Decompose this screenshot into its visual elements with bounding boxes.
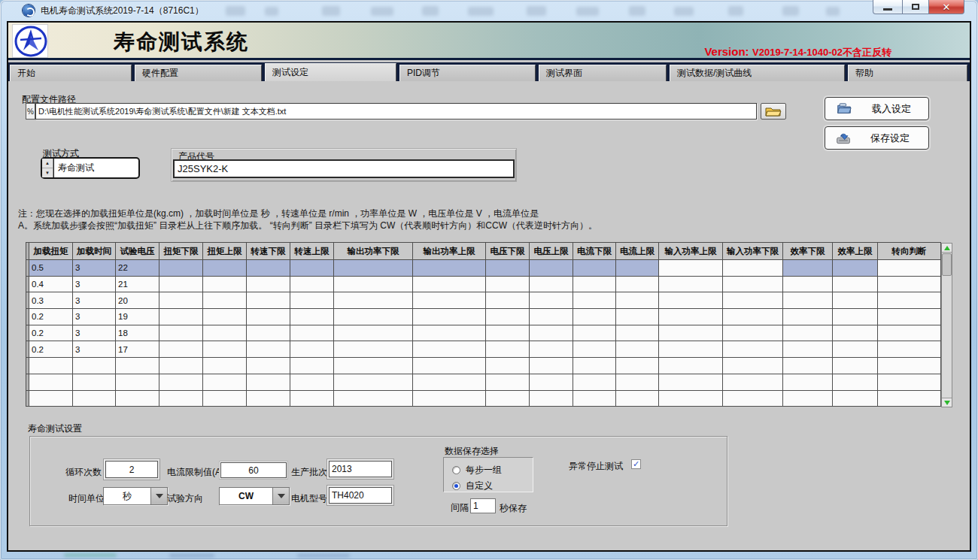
table-cell[interactable] xyxy=(290,341,334,358)
table-cell[interactable] xyxy=(290,358,334,374)
table-cell[interactable] xyxy=(159,391,203,407)
table-cell[interactable] xyxy=(413,358,486,374)
table-cell[interactable] xyxy=(659,292,723,309)
production-batch-input[interactable] xyxy=(329,461,392,477)
table-cell[interactable] xyxy=(486,358,530,374)
table-cell[interactable] xyxy=(530,358,573,374)
table-cell[interactable] xyxy=(159,277,203,293)
table-cell[interactable] xyxy=(486,341,530,358)
table-cell[interactable] xyxy=(334,374,413,391)
table-cell[interactable]: 3 xyxy=(73,260,116,277)
scroll-up-icon[interactable] xyxy=(942,244,952,253)
table-cell[interactable]: 21 xyxy=(116,277,159,293)
table-cell[interactable] xyxy=(833,358,878,374)
tab-4[interactable]: 测试界面 xyxy=(539,65,667,81)
table-cell[interactable] xyxy=(247,325,290,342)
table-cell[interactable]: 3 xyxy=(73,277,116,293)
table-cell[interactable] xyxy=(833,309,878,325)
table-cell[interactable] xyxy=(783,391,833,407)
table-cell[interactable] xyxy=(334,358,413,374)
table-cell[interactable] xyxy=(116,358,159,374)
table-cell[interactable] xyxy=(486,325,530,342)
scroll-down-icon[interactable] xyxy=(942,398,952,407)
table-cell[interactable] xyxy=(659,374,723,391)
table-cell[interactable] xyxy=(659,277,723,293)
table-cell[interactable] xyxy=(723,277,783,293)
table-cell[interactable] xyxy=(413,277,486,293)
table-cell[interactable] xyxy=(334,391,413,407)
table-cell[interactable] xyxy=(247,260,290,277)
table-cell[interactable] xyxy=(573,358,616,374)
table-cell[interactable] xyxy=(878,309,941,325)
tab-0[interactable]: 开始 xyxy=(10,65,132,81)
table-cell[interactable]: 3 xyxy=(73,341,116,358)
table-cell[interactable] xyxy=(833,391,878,407)
table-cell[interactable] xyxy=(616,391,659,407)
table-cell[interactable] xyxy=(878,277,941,293)
table-cell[interactable] xyxy=(723,292,783,309)
tab-5[interactable]: 测试数据/测试曲线 xyxy=(670,65,845,81)
table-cell[interactable] xyxy=(159,358,203,374)
table-cell[interactable] xyxy=(616,358,659,374)
close-button[interactable]: ✕ xyxy=(928,0,964,14)
browse-folder-button[interactable] xyxy=(761,103,786,120)
table-cell[interactable] xyxy=(290,391,334,407)
table-cell[interactable] xyxy=(290,309,334,325)
table-cell[interactable] xyxy=(413,309,486,325)
table-cell[interactable] xyxy=(29,391,73,407)
table-cell[interactable] xyxy=(833,292,878,309)
table-cell[interactable] xyxy=(723,374,783,391)
table-cell[interactable] xyxy=(833,374,878,391)
table-cell[interactable]: 3 xyxy=(73,309,116,325)
table-cell[interactable] xyxy=(659,391,723,407)
scroll-thumb[interactable] xyxy=(942,253,952,276)
table-cell[interactable] xyxy=(833,341,878,358)
table-cell[interactable] xyxy=(413,341,486,358)
table-cell[interactable] xyxy=(723,341,783,358)
table-cell[interactable] xyxy=(616,309,659,325)
table-cell[interactable] xyxy=(530,391,573,407)
table-cell[interactable] xyxy=(573,309,616,325)
tab-1[interactable]: 硬件配置 xyxy=(135,65,262,81)
table-cell[interactable]: 18 xyxy=(116,325,159,342)
table-cell[interactable] xyxy=(290,260,334,277)
table-cell[interactable] xyxy=(203,309,247,325)
table-cell[interactable] xyxy=(530,325,573,342)
table-cell[interactable] xyxy=(723,391,783,407)
table-cell[interactable] xyxy=(573,341,616,358)
table-cell[interactable] xyxy=(530,260,573,277)
table-cell[interactable] xyxy=(878,391,941,407)
table-cell[interactable] xyxy=(247,391,290,407)
table-cell[interactable] xyxy=(833,277,878,293)
table-cell[interactable] xyxy=(247,292,290,309)
table-cell[interactable] xyxy=(413,391,486,407)
table-cell[interactable] xyxy=(723,325,783,342)
table-cell[interactable] xyxy=(530,374,573,391)
table-cell[interactable] xyxy=(203,277,247,293)
table-cell[interactable] xyxy=(159,309,203,325)
table-cell[interactable] xyxy=(878,325,941,342)
table-cell[interactable] xyxy=(159,260,203,277)
table-cell[interactable] xyxy=(290,374,334,391)
save-settings-button[interactable]: 保存设定 xyxy=(825,126,929,150)
table-cell[interactable] xyxy=(486,292,530,309)
table-cell[interactable] xyxy=(486,309,530,325)
table-cell[interactable] xyxy=(573,391,616,407)
table-cell[interactable] xyxy=(413,374,486,391)
table-cell[interactable] xyxy=(783,292,833,309)
table-vertical-scrollbar[interactable] xyxy=(941,243,952,407)
product-code-input[interactable] xyxy=(173,159,515,178)
table-cell[interactable] xyxy=(334,341,413,358)
table-cell[interactable] xyxy=(659,260,723,277)
test-direction-arrow-button[interactable] xyxy=(272,488,289,504)
table-cell[interactable] xyxy=(659,358,723,374)
table-cell[interactable] xyxy=(334,260,413,277)
table-cell[interactable]: 3 xyxy=(73,325,116,342)
table-cell[interactable] xyxy=(203,374,247,391)
motor-model-input[interactable] xyxy=(329,487,392,504)
radio-icon[interactable] xyxy=(452,466,460,474)
table-cell[interactable]: 0.3 xyxy=(29,292,73,309)
table-cell[interactable] xyxy=(203,260,247,277)
table-cell[interactable] xyxy=(203,325,247,342)
table-cell[interactable] xyxy=(247,277,290,293)
